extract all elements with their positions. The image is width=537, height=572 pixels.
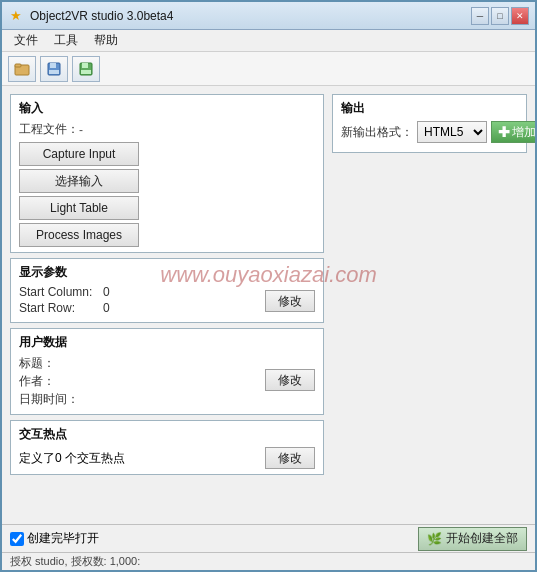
output-title: 输出 [341, 100, 518, 117]
menu-bar: 文件 工具 帮助 [2, 30, 535, 52]
output-format-select[interactable]: HTML5 Flash QuickTime [417, 121, 487, 143]
svg-rect-4 [49, 70, 59, 74]
svg-rect-7 [81, 70, 91, 74]
add-output-label: 增加 [512, 124, 535, 141]
open-after-create-label: 创建完毕打开 [27, 530, 99, 547]
display-params-section: 显示参数 Start Column: 0 Start Row: 0 修改 [10, 258, 324, 323]
title-bar: ★ Object2VR studio 3.0beta4 ─ □ ✕ [2, 2, 535, 30]
right-column: 输出 新输出格式： HTML5 Flash QuickTime ✚ 增加 [332, 94, 527, 540]
project-label: 工程文件： [19, 121, 79, 138]
start-row-row: Start Row: 0 [19, 301, 259, 315]
bottom-left: 创建完毕打开 [10, 530, 99, 547]
hotspot-description: 定义了0 个交互热点 [19, 450, 259, 467]
user-title-row: 标题： [19, 355, 259, 372]
input-title: 输入 [19, 100, 315, 117]
project-value: - [79, 123, 83, 137]
menu-help[interactable]: 帮助 [86, 30, 126, 51]
plus-icon: ✚ [498, 124, 510, 140]
start-create-button[interactable]: 🌿 开始创建全部 [418, 527, 527, 551]
output-format-row: 新输出格式： HTML5 Flash QuickTime ✚ 增加 [341, 121, 518, 143]
select-input-button[interactable]: 选择输入 [19, 169, 139, 193]
user-author-row: 作者： [19, 373, 259, 390]
start-icon: 🌿 [427, 532, 442, 546]
maximize-button[interactable]: □ [491, 7, 509, 25]
bottom-bar: 创建完毕打开 🌿 开始创建全部 [2, 524, 535, 552]
user-data-section: 用户数据 标题： 作者： 日期时间： 修改 [10, 328, 324, 415]
display-params-title: 显示参数 [19, 264, 315, 281]
status-text: 授权 studio, 授权数: 1,000: [10, 554, 140, 569]
toolbar-open-button[interactable] [8, 56, 36, 82]
project-row: 工程文件： - [19, 121, 315, 138]
menu-file[interactable]: 文件 [6, 30, 46, 51]
toolbar [2, 52, 535, 86]
minimize-button[interactable]: ─ [471, 7, 489, 25]
left-column: 输入 工程文件： - Capture Input 选择输入 Light Tabl… [10, 94, 324, 540]
input-section: 输入 工程文件： - Capture Input 选择输入 Light Tabl… [10, 94, 324, 253]
svg-rect-1 [15, 64, 21, 67]
hotspot-section: 交互热点 定义了0 个交互热点 修改 [10, 420, 324, 475]
output-format-label: 新输出格式： [341, 124, 413, 141]
menu-tools[interactable]: 工具 [46, 30, 86, 51]
svg-rect-3 [50, 63, 56, 68]
start-row-value: 0 [103, 301, 123, 315]
capture-input-button[interactable]: Capture Input [19, 142, 139, 166]
start-label: 开始创建全部 [446, 530, 518, 547]
light-table-button[interactable]: Light Table [19, 196, 139, 220]
window-controls: ─ □ ✕ [471, 7, 529, 25]
hotspot-edit-button[interactable]: 修改 [265, 447, 315, 469]
status-bar: 授权 studio, 授权数: 1,000: [2, 552, 535, 570]
start-column-row: Start Column: 0 [19, 285, 259, 299]
add-output-button[interactable]: ✚ 增加 [491, 121, 535, 143]
input-buttons: Capture Input 选择输入 Light Table Process I… [19, 142, 315, 247]
process-images-button[interactable]: Process Images [19, 223, 139, 247]
window-title: Object2VR studio 3.0beta4 [30, 9, 471, 23]
open-after-create-wrap: 创建完毕打开 [10, 530, 99, 547]
app-window: ★ Object2VR studio 3.0beta4 ─ □ ✕ 文件 工具 … [0, 0, 537, 572]
hotspot-title: 交互热点 [19, 426, 315, 443]
display-params-edit-button[interactable]: 修改 [265, 290, 315, 312]
svg-rect-6 [82, 63, 88, 68]
user-date-row: 日期时间： [19, 391, 259, 408]
app-icon: ★ [8, 8, 24, 24]
start-row-label: Start Row: [19, 301, 99, 315]
content-area: 输入 工程文件： - Capture Input 选择输入 Light Tabl… [2, 86, 535, 572]
close-button[interactable]: ✕ [511, 7, 529, 25]
user-data-title: 用户数据 [19, 334, 315, 351]
output-section: 输出 新输出格式： HTML5 Flash QuickTime ✚ 增加 [332, 94, 527, 153]
open-after-create-checkbox[interactable] [10, 532, 24, 546]
toolbar-save1-button[interactable] [40, 56, 68, 82]
toolbar-save2-button[interactable] [72, 56, 100, 82]
hotspot-row: 定义了0 个交互热点 修改 [19, 447, 315, 469]
start-column-value: 0 [103, 285, 123, 299]
start-column-label: Start Column: [19, 285, 99, 299]
user-data-edit-button[interactable]: 修改 [265, 369, 315, 391]
